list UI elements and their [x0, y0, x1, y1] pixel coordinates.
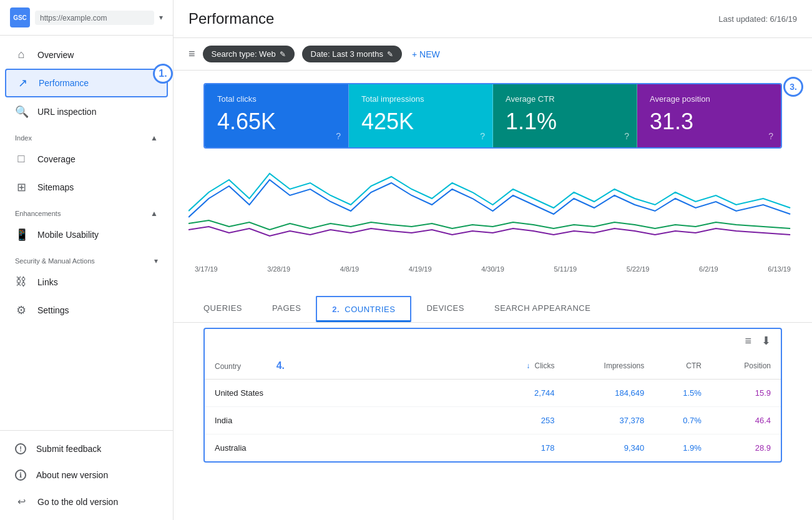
tab-pages[interactable]: PAGES — [257, 296, 316, 322]
metric-impressions-label: Total impressions — [361, 94, 480, 104]
sidebar-section-index: Index ▲ — [0, 126, 173, 145]
sidebar-item-url-inspection[interactable]: 🔍 URL inspection — [0, 97, 173, 126]
metric-clicks-label: Total clicks — [217, 94, 336, 104]
sidebar-nav: ⌂ Overview ↗ Performance 1. 🔍 URL inspec… — [0, 36, 173, 430]
cell-country: India — [205, 407, 493, 434]
new-filter-button[interactable]: + NEW — [412, 49, 440, 59]
date-edit-icon: ✎ — [387, 50, 393, 59]
search-type-edit-icon: ✎ — [280, 50, 286, 59]
sidebar-section-enhancements: Enhancements ▲ — [0, 202, 173, 220]
table-row: India 253 37,378 0.7% 46.4 — [205, 407, 781, 434]
table-section: ≡ ⬇ Country 4. ↓ — [203, 328, 782, 463]
tab-countries[interactable]: 2. COUNTRIES — [316, 296, 411, 322]
cell-ctr: 1.5% — [654, 380, 712, 407]
sidebar-chevron-icon[interactable]: ▾ — [159, 13, 163, 22]
metric-clicks-help-icon[interactable]: ? — [336, 131, 341, 141]
chart-date-label: 4/8/19 — [340, 265, 360, 273]
sidebar-item-about-new-version[interactable]: ℹ About new version — [0, 462, 173, 488]
cell-position: 15.9 — [712, 380, 781, 407]
metric-total-impressions: Total impressions 425K ? — [349, 84, 493, 147]
tab-queries-label: QUERIES — [203, 303, 242, 313]
chart-date-label: 6/2/19 — [699, 265, 718, 273]
date-range-button[interactable]: Date: Last 3 months ✎ — [302, 46, 402, 62]
sidebar-item-label: Coverage — [37, 154, 76, 164]
metric-impressions-value: 425K — [361, 109, 480, 135]
tab-devices[interactable]: DEVICES — [411, 296, 479, 322]
tab-search-appearance[interactable]: SEARCH APPEARANCE — [479, 296, 605, 322]
table-toolbar: ≡ ⬇ — [205, 329, 781, 353]
sidebar-logo: GSC — [10, 7, 30, 27]
cell-clicks: 2,744 — [493, 380, 565, 407]
tab-countries-label: COUNTRIES — [345, 305, 395, 314]
column-header-ctr: CTR — [654, 353, 712, 380]
sidebar-item-go-to-old-version[interactable]: ↩ Go to the old version — [0, 488, 173, 515]
search-type-label: Search type: Web — [212, 49, 276, 59]
sidebar-item-overview[interactable]: ⌂ Overview — [0, 41, 173, 69]
sidebar-site[interactable]: https://example.com — [35, 11, 154, 25]
sidebar-item-links[interactable]: ⛓ Links — [0, 268, 173, 296]
chart-date-label: 6/13/19 — [768, 265, 791, 273]
countries-table: Country 4. ↓ Clicks Impressions — [205, 353, 781, 461]
cell-clicks: 178 — [493, 434, 565, 462]
chart-date-label: 3/17/19 — [195, 265, 218, 273]
enhancements-collapse-icon[interactable]: ▲ — [150, 209, 158, 218]
sidebar-item-settings[interactable]: ⚙ Settings — [0, 296, 173, 325]
table-row: United States 2,744 184,649 1.5% 15.9 — [205, 380, 781, 407]
cell-country: Australia — [205, 434, 493, 462]
metric-total-clicks: Total clicks 4.65K ? — [205, 84, 349, 147]
metric-position-help-icon[interactable]: ? — [768, 131, 773, 141]
column-header-position: Position — [712, 353, 781, 380]
cell-clicks: 253 — [493, 407, 565, 434]
chart-date-label: 3/28/19 — [267, 265, 290, 273]
cell-impressions: 9,340 — [565, 434, 655, 462]
chart-date-label: 5/22/19 — [627, 265, 650, 273]
date-range-label: Date: Last 3 months — [311, 49, 383, 59]
sidebar-item-label: Go to the old version — [37, 497, 118, 507]
trending-up-icon: ↗ — [16, 76, 29, 90]
sidebar-item-label: Mobile Usability — [37, 230, 99, 240]
tab-queries[interactable]: QUERIES — [188, 296, 257, 322]
sidebar-item-coverage[interactable]: □ Coverage — [0, 145, 173, 173]
cell-country: United States — [205, 380, 493, 407]
index-collapse-icon[interactable]: ▲ — [150, 134, 158, 142]
sitemaps-icon: ⊞ — [15, 180, 27, 194]
metric-impressions-help-icon[interactable]: ? — [480, 131, 485, 141]
column-header-clicks[interactable]: ↓ Clicks — [493, 353, 565, 380]
sidebar-item-submit-feedback[interactable]: ! Submit feedback — [0, 436, 173, 462]
main-scrollable-content: Total clicks 4.65K ? Total impressions 4… — [174, 71, 812, 520]
sidebar-bottom: ! Submit feedback ℹ About new version ↩ … — [0, 430, 173, 520]
sidebar-item-label: URL inspection — [37, 107, 96, 117]
last-updated-label: Last updated: 6/16/19 — [718, 14, 797, 24]
table-download-button[interactable]: ⬇ — [761, 334, 771, 348]
metric-ctr-help-icon[interactable]: ? — [624, 131, 629, 141]
sidebar-item-label: Overview — [37, 50, 74, 60]
sidebar-item-label: About new version — [36, 470, 108, 480]
search-icon: 🔍 — [15, 105, 27, 119]
chart-date-label: 4/30/19 — [481, 265, 504, 273]
metric-ctr-value: 1.1% — [506, 109, 624, 135]
page-title: Performance — [188, 10, 274, 27]
new-filter-label: + NEW — [412, 49, 440, 59]
links-icon: ⛓ — [15, 275, 27, 288]
sidebar-section-security: Security & Manual Actions ▾ — [0, 249, 173, 268]
sidebar-item-sitemaps[interactable]: ⊞ Sitemaps — [0, 173, 173, 202]
metric-average-position: Average position 31.3 ? — [637, 84, 781, 147]
sort-down-icon: ↓ — [526, 361, 530, 370]
sidebar: GSC https://example.com ▾ ⌂ Overview ↗ P… — [0, 0, 174, 520]
tab-devices-label: DEVICES — [426, 303, 464, 313]
security-collapse-icon[interactable]: ▾ — [154, 257, 158, 265]
metrics-wrapper: Total clicks 4.65K ? Total impressions 4… — [188, 83, 797, 149]
sidebar-item-label: Performance — [39, 78, 89, 88]
tab-pages-label: PAGES — [272, 303, 301, 313]
sidebar-item-mobile-usability[interactable]: 📱 Mobile Usability — [0, 220, 173, 249]
search-type-button[interactable]: Search type: Web ✎ — [203, 46, 295, 62]
table-wrapper: ≡ ⬇ Country 4. ↓ — [188, 328, 797, 463]
table-filter-button[interactable]: ≡ — [745, 334, 751, 348]
sidebar-item-performance[interactable]: ↗ Performance 1. — [5, 69, 168, 97]
tab-annotation-number: 2. — [332, 305, 340, 314]
table-row: Australia 178 9,340 1.9% 28.9 — [205, 434, 781, 462]
main-toolbar: ≡ Search type: Web ✎ Date: Last 3 months… — [174, 38, 812, 71]
sidebar-item-label: Sitemaps — [37, 182, 74, 192]
filter-icon[interactable]: ≡ — [188, 47, 195, 61]
metric-average-ctr: Average CTR 1.1% ? — [493, 84, 637, 147]
